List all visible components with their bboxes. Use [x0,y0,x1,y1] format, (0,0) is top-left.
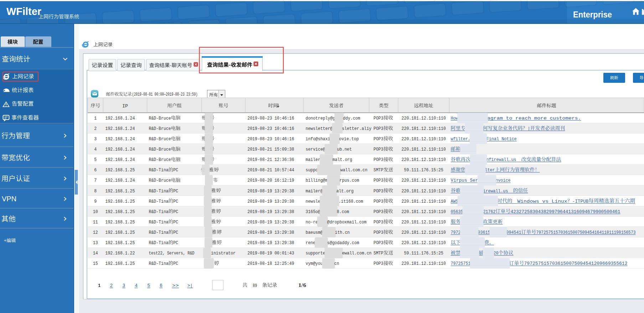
svg-text:220.181.12.110:110: 220.181.12.110:110 [402,261,446,266]
svg-text:220.181.12.110:110: 220.181.12.110:110 [402,219,446,225]
svg-text:wfilter.: wfilter. [451,136,470,142]
svg-text:SMTP: SMTP [373,167,383,173]
svg-text:2019-08-19 13:29:38: 2019-08-19 13:29:38 [247,219,294,225]
svg-text:Final Notice: Final Notice [486,136,517,142]
svg-text:alt.org: alt.org [336,188,354,194]
svg-text:2019-08-23 10:46:16: 2019-08-23 10:46:16 [247,136,294,142]
svg-text:192.168.1.24: 192.168.1.24 [105,147,135,152]
svg-text:2019-08-18 12:25:49: 2019-08-18 12:25:49 [247,261,294,266]
svg-text:R&D-Tina: R&D-Tina [149,167,169,173]
svg-text:POP3: POP3 [373,209,383,214]
svg-text:21762: 21762 [483,209,496,214]
svg-text:POP3: POP3 [373,136,383,142]
svg-text:8: 8 [94,188,97,194]
svg-text:VPN: VPN [2,195,16,203]
svg-text:PC: PC [173,188,178,194]
svg-text:POP3: POP3 [373,219,383,225]
svg-text:R&D-Tina: R&D-Tina [149,209,169,214]
svg-text:192.168.1.25: 192.168.1.25 [105,167,135,173]
svg-text:mailer@: mailer@ [306,188,323,194]
svg-text:59.111.176.15:25: 59.111.176.15:25 [404,251,443,256]
svg-text:PC: PC [173,167,178,173]
svg-text:s@godaddy.com: s@godaddy.com [327,240,359,246]
svg-text:lter: lter [485,167,495,173]
svg-text:3: 3 [94,136,97,142]
svg-text:192.168.1.25: 192.168.1.25 [105,209,135,214]
svg-text:1: 1 [98,283,101,288]
svg-text:220.181.12.110:110: 220.181.12.110:110 [402,178,446,183]
svg-text:797257515703615007509454120966: 7972575157036150075094541209669355612 [524,261,628,266]
svg-text:192.168.1.25: 192.168.1.25 [105,219,135,225]
svg-text:service@: service@ [306,147,325,152]
svg-text:6: 6 [94,167,97,173]
svg-text:POP3: POP3 [373,157,383,162]
svg-text:POP3: POP3 [373,261,383,266]
svg-text:2: 2 [110,283,113,288]
svg-text:POP3: POP3 [373,199,383,204]
svg-text:Virpus Ser: Virpus Ser [451,178,478,183]
svg-text:nfirewall.us: nfirewall.us [486,157,516,162]
svg-text:094541: 094541 [506,230,521,235]
svg-text:192.168.1.24: 192.168.1.24 [105,178,135,183]
svg-text:2019-08-19 13:29:38: 2019-08-19 13:29:38 [247,240,294,246]
svg-text:20: 20 [494,251,499,256]
svg-text:rene: rene [306,240,316,246]
svg-text:192.168.1.25: 192.168.1.25 [105,199,135,204]
svg-text:baeusm@: baeusm@ [306,230,323,235]
svg-text:220.181.12.110:110: 220.181.12.110:110 [402,199,446,204]
svg-text:2019-08-23 10:46:16: 2019-08-23 10:46:16 [247,126,294,131]
svg-text:>>: >> [172,283,179,288]
svg-text:R&D-Bruce: R&D-Bruce [149,147,171,152]
svg-text:Enterprise: Enterprise [573,10,612,19]
svg-text:220.181.12.110:110: 220.181.12.110:110 [402,147,446,152]
svg-text:PC: PC [173,240,178,246]
svg-text:2019-08-21 12:36:36: 2019-08-21 12:36:36 [247,157,294,162]
svg-text:220.181.12.110:110: 220.181.12.110:110 [402,230,446,235]
svg-text:IP: IP [122,104,128,109]
svg-text:192.168.1.24: 192.168.1.24 [105,126,135,131]
svg-text:info@shaxi: info@shaxi [306,136,330,142]
svg-text:donotreply@g: donotreply@g [306,116,335,121]
svg-text:1: 1 [94,116,97,121]
svg-text:PC: PC [173,261,178,266]
svg-text:3: 3 [123,283,125,288]
svg-text:15: 15 [93,261,98,266]
svg-text:ovie.top: ovie.top [339,136,359,142]
svg-text:192.168.1.25: 192.168.1.25 [105,240,135,246]
svg-text:2019-08-21 15:09:38: 2019-08-21 15:09:38 [247,147,294,152]
svg-text:220.181.12.110:110: 220.181.12.110:110 [402,240,446,246]
svg-text:R&D-Tina: R&D-Tina [149,219,169,225]
svg-text:59.111.176.15:25: 59.111.176.15:25 [404,167,443,173]
svg-text:PC: PC [173,209,178,214]
svg-text:2019-08-23 10:46:16: 2019-08-23 10:46:16 [247,116,294,121]
svg-text:newsle: newsle [306,199,320,204]
svg-text:rpus.com: rpus.com [340,178,359,183]
svg-text:12: 12 [93,230,98,235]
svg-text:05635: 05635 [451,209,463,214]
svg-text:2019-08-19 13:29:38: 2019-08-19 13:29:38 [247,209,294,214]
svg-text:6: 6 [160,283,163,288]
svg-text:11: 11 [93,219,98,225]
svg-text:irewall.us: irewall.us [483,188,508,194]
svg-text:2: 2 [94,126,97,131]
svg-text:WFilter: WFilter [6,5,41,17]
svg-text:13: 13 [93,240,98,246]
svg-text:797257515703615007509454164118: 7972575157036150075094541641181119815657… [536,230,636,235]
svg-text:ith.cn: ith.cn [335,230,350,235]
svg-text:@dropboxmail.com: @dropboxmail.com [327,219,367,225]
svg-text:R&D-Bruce: R&D-Bruce [149,116,171,121]
svg-text:newsletter@: newsletter@ [306,126,333,131]
svg-text:79725751: 79725751 [451,261,471,266]
svg-text:220.181.12.110:110: 220.181.12.110:110 [402,188,446,194]
svg-text:POP3: POP3 [373,126,383,131]
svg-text:malt.org: malt.org [333,157,352,162]
svg-text:2019-08-20 16:12:19: 2019-08-20 16:12:19 [247,178,294,183]
svg-text:R&D-Tina: R&D-Tina [149,240,169,246]
svg-text:2019-08-19 13:29:38: 2019-08-19 13:29:38 [247,230,294,235]
svg-text:POP3: POP3 [373,147,383,152]
svg-text:How: How [451,116,458,121]
svg-text:PC: PC [173,230,178,235]
svg-text:PC: PC [173,199,178,204]
svg-text:423272583043829979644131609467: 4232725830438299796441316094679900500461 [511,209,620,214]
svg-text:192.168.1.25: 192.168.1.25 [105,261,135,266]
